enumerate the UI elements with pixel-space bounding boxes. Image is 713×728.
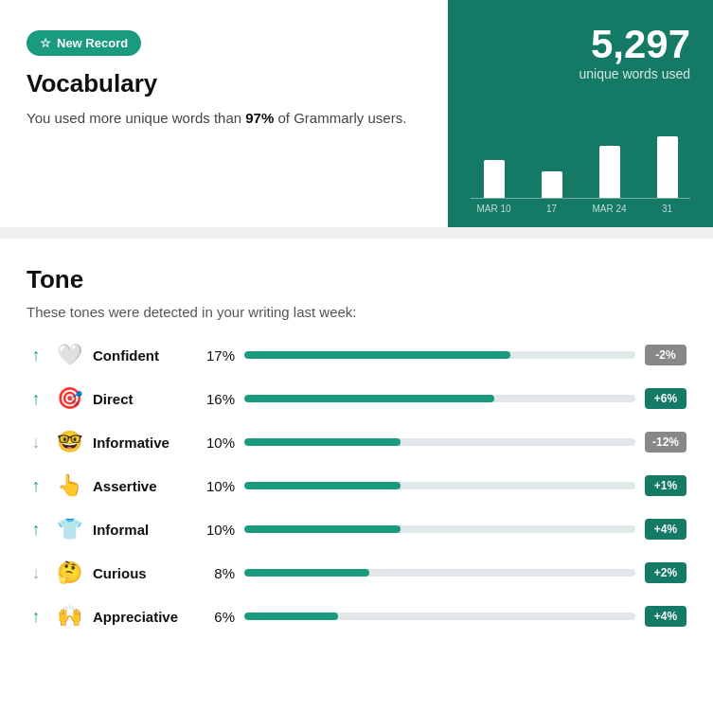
chart-label-1: 17 (528, 204, 575, 214)
vocabulary-chart-panel: 5,297 unique words used MAR 1017MAR 2431 (448, 0, 713, 227)
vocabulary-section: ☆ New Record Vocabulary You used more un… (0, 0, 713, 227)
tone-row: ↓🤔Curious8%+2% (27, 560, 686, 585)
trend-arrow-5: ↓ (27, 563, 45, 583)
new-record-badge: ☆ New Record (27, 30, 141, 56)
bar-chart: MAR 1017MAR 2431 (471, 98, 690, 214)
chart-bar-0 (471, 160, 517, 198)
trend-arrow-0: ↑ (27, 346, 45, 365)
chart-label-2: MAR 24 (586, 204, 633, 214)
chart-bar-3 (644, 136, 690, 198)
tone-rows-container: ↑🤍Confident17%-2%↑🎯Direct16%+6%↓🤓Informa… (27, 343, 686, 629)
tone-percent-1: 16% (197, 391, 235, 407)
tone-name-1: Direct (93, 391, 187, 407)
chart-labels: MAR 1017MAR 2431 (471, 204, 690, 214)
vocabulary-description: You used more unique words than 97% of G… (27, 108, 421, 130)
vocab-left-panel: ☆ New Record Vocabulary You used more un… (0, 0, 448, 227)
tone-row: ↑🤍Confident17%-2% (27, 343, 686, 367)
tone-row: ↑🙌Appreciative6%+4% (27, 604, 686, 629)
tone-title: Tone (27, 265, 686, 294)
chart-bar-1 (528, 171, 575, 198)
trend-arrow-1: ↑ (27, 389, 45, 409)
tone-bar-fill-6 (244, 613, 338, 620)
trend-arrow-4: ↑ (27, 520, 45, 540)
tone-row: ↓🤓Informative10%-12% (27, 430, 686, 454)
tone-emoji-1: 🎯 (55, 386, 83, 411)
tone-bar-bg-2 (244, 438, 635, 446)
tone-bar-bg-1 (244, 395, 635, 402)
tone-change-5: +2% (645, 562, 686, 583)
tone-change-6: +4% (645, 606, 686, 627)
vocabulary-title: Vocabulary (27, 69, 421, 98)
tone-emoji-5: 🤔 (55, 560, 83, 585)
tone-row: ↑👕Informal10%+4% (27, 517, 686, 542)
tone-percent-2: 10% (197, 435, 235, 451)
vocab-desc-prefix: You used more unique words than (27, 110, 245, 126)
tone-section: Tone These tones were detected in your w… (0, 239, 713, 666)
tone-change-4: +4% (645, 519, 686, 540)
tone-change-2: -12% (645, 432, 686, 453)
tone-bar-bg-4 (244, 525, 635, 533)
chart-label-3: 31 (644, 204, 690, 214)
chart-label-0: MAR 10 (471, 204, 517, 214)
tone-row: ↑👆Assertive10%+1% (27, 473, 686, 498)
tone-percent-0: 17% (197, 347, 235, 364)
tone-percent-5: 8% (197, 565, 235, 581)
star-icon: ☆ (40, 36, 51, 50)
trend-arrow-2: ↓ (27, 433, 45, 453)
bars-container (471, 133, 690, 199)
tone-bar-fill-1 (244, 395, 494, 402)
tone-bar-fill-0 (244, 351, 510, 359)
tone-row: ↑🎯Direct16%+6% (27, 386, 686, 411)
vocab-desc-pct: 97% (245, 110, 274, 126)
section-divider (0, 227, 713, 239)
tone-emoji-6: 🙌 (55, 604, 83, 629)
tone-emoji-4: 👕 (55, 517, 83, 542)
tone-name-5: Curious (93, 565, 187, 581)
tone-emoji-0: 🤍 (55, 343, 83, 367)
tone-bar-fill-2 (244, 438, 401, 446)
tone-bar-fill-4 (244, 525, 401, 533)
tone-bar-bg-5 (244, 569, 635, 577)
tone-percent-3: 10% (197, 478, 235, 494)
tone-description: These tones were detected in your writin… (27, 304, 686, 320)
tone-change-1: +6% (645, 388, 686, 409)
tone-bar-bg-6 (244, 613, 635, 620)
tone-bar-fill-3 (244, 482, 401, 489)
tone-percent-6: 6% (197, 609, 235, 625)
trend-arrow-3: ↑ (27, 476, 45, 496)
chart-bar-2 (586, 146, 633, 198)
unique-words-count: 5,297 (591, 23, 690, 66)
tone-name-6: Appreciative (93, 609, 187, 625)
tone-bar-fill-5 (244, 569, 369, 577)
tone-name-2: Informative (93, 435, 187, 451)
tone-name-4: Informal (93, 522, 187, 538)
vocab-desc-suffix: of Grammarly users. (274, 110, 406, 126)
unique-words-label: unique words used (579, 66, 690, 81)
tone-change-3: +1% (645, 475, 686, 496)
tone-percent-4: 10% (197, 522, 235, 538)
tone-emoji-3: 👆 (55, 473, 83, 498)
tone-emoji-2: 🤓 (55, 430, 83, 454)
tone-change-0: -2% (645, 345, 686, 365)
tone-bar-bg-0 (244, 351, 635, 359)
tone-bar-bg-3 (244, 482, 635, 489)
trend-arrow-6: ↑ (27, 607, 45, 627)
tone-name-3: Assertive (93, 478, 187, 494)
tone-name-0: Confident (93, 347, 187, 364)
badge-label: New Record (57, 36, 128, 50)
